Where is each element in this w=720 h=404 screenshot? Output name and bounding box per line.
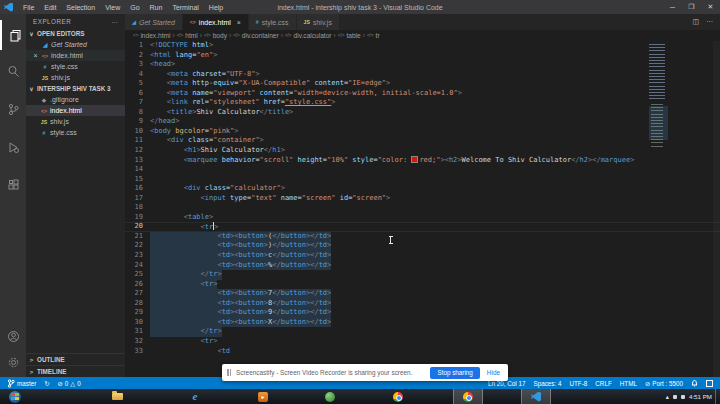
restore-button[interactable]: ❐ bbox=[682, 0, 701, 14]
code-line-25[interactable]: 25 </tr> bbox=[125, 270, 720, 280]
code-editor[interactable]: 1<!DOCTYPE html>2<html lang="en">3<head>… bbox=[125, 41, 720, 377]
run-debug-icon[interactable] bbox=[0, 132, 26, 162]
breadcrumb-item[interactable]: <>index.html bbox=[133, 32, 170, 39]
search-icon[interactable] bbox=[0, 56, 26, 86]
file-item-style-css[interactable]: #style.css bbox=[26, 61, 125, 72]
clock[interactable]: 4:51 PM bbox=[689, 393, 712, 400]
split-editor-icon[interactable]: ◫ bbox=[692, 18, 699, 26]
code-line-4[interactable]: 4 <meta charset="UTF-8"> bbox=[125, 70, 720, 80]
eol-sequence[interactable]: CRLF bbox=[595, 380, 611, 387]
code-line-5[interactable]: 5 <meta http-equiv="X-UA-Compatible" con… bbox=[125, 79, 720, 89]
code-line-16[interactable]: 16 <div class="calculator"> bbox=[125, 184, 720, 194]
file-item-index-html[interactable]: ×<>index.html bbox=[26, 50, 125, 61]
code-line-14[interactable]: 14 bbox=[125, 165, 720, 175]
taskbar-internet-explorer-icon[interactable]: e bbox=[182, 389, 208, 404]
code-line-15[interactable]: 15 bbox=[125, 175, 720, 185]
tab-shiv-js[interactable]: JS shiv.js bbox=[297, 14, 340, 30]
code-line-20[interactable]: 20 <tr> bbox=[125, 222, 720, 232]
tab-style-css[interactable]: # style.css bbox=[249, 14, 297, 30]
breadcrumb-item[interactable]: </>div.container bbox=[233, 32, 279, 39]
menu-file[interactable]: File bbox=[18, 4, 39, 11]
menu-go[interactable]: Go bbox=[125, 4, 144, 11]
code-line-22[interactable]: 22 <td><button>)</button></td> bbox=[125, 241, 720, 251]
code-line-11[interactable]: 11 <div class="container"> bbox=[125, 136, 720, 146]
menu-terminal[interactable]: Terminal bbox=[167, 4, 203, 11]
code-line-9[interactable]: 9</head> bbox=[125, 117, 720, 127]
code-line-26[interactable]: 26 <tr> bbox=[125, 280, 720, 290]
code-line-29[interactable]: 29 <td><button>9</button></td> bbox=[125, 308, 720, 318]
code-line-18[interactable]: 18 bbox=[125, 203, 720, 213]
live-server-port[interactable]: ⊘ Port : 5500 bbox=[645, 380, 683, 387]
problems-item[interactable]: ⊘ 0 △ 0 bbox=[58, 380, 81, 387]
menu-help[interactable]: Help bbox=[204, 4, 228, 11]
taskbar-chrome-open-icon[interactable] bbox=[453, 389, 483, 404]
menu-run[interactable]: Run bbox=[145, 4, 168, 11]
code-line-13[interactable]: 13 <marquee behavior="scroll" height="10… bbox=[125, 156, 720, 166]
tray-network-icon[interactable] bbox=[673, 395, 677, 399]
file-item--gitignore[interactable]: ◆.gitignore bbox=[26, 94, 125, 105]
tray-expand-icon[interactable]: ▴ bbox=[666, 393, 669, 400]
language-mode[interactable]: HTML bbox=[620, 380, 637, 387]
file-item-style-css[interactable]: #style.css bbox=[26, 127, 125, 138]
more-actions-icon[interactable]: ⋯ bbox=[706, 18, 713, 26]
breadcrumb-item[interactable]: </>html bbox=[177, 32, 198, 39]
code-line-24[interactable]: 24 <td><button>%</button></td> bbox=[125, 261, 720, 271]
code-line-1[interactable]: 1<!DOCTYPE html> bbox=[125, 41, 720, 51]
notifications-bell-icon[interactable] bbox=[691, 379, 698, 387]
open-editors-header[interactable]: ∨ OPEN EDITORS bbox=[26, 28, 125, 39]
file-item-shiv-js[interactable]: JSshiv.js bbox=[26, 116, 125, 127]
file-item-index-html[interactable]: <>index.html bbox=[26, 105, 125, 116]
folder-header[interactable]: ∨ INTERSHIP SHIV TASK 3 bbox=[26, 83, 125, 94]
code-line-30[interactable]: 30 <td><button>X</button></td> bbox=[125, 318, 720, 328]
encoding[interactable]: UTF-8 bbox=[569, 380, 587, 387]
stop-sharing-button[interactable]: Stop sharing bbox=[430, 367, 479, 379]
close-editor-icon[interactable]: × bbox=[32, 52, 39, 59]
taskbar-browser-icon[interactable] bbox=[385, 389, 411, 404]
code-line-28[interactable]: 28 <td><button>8</button></td> bbox=[125, 299, 720, 309]
code-line-17[interactable]: 17 <input type="text" name="screen" id="… bbox=[125, 194, 720, 204]
sidebar-more-icon[interactable]: ⋯ bbox=[111, 18, 118, 25]
code-line-23[interactable]: 23 <td><button>c</button></td> bbox=[125, 251, 720, 261]
code-line-2[interactable]: 2<html lang="en"> bbox=[125, 51, 720, 61]
taskbar-green-app-icon[interactable] bbox=[317, 389, 343, 404]
code-line-3[interactable]: 3<head> bbox=[125, 60, 720, 70]
code-line-31[interactable]: 31 </tr> bbox=[125, 327, 720, 337]
breadcrumb-item[interactable]: </>table bbox=[338, 32, 361, 39]
minimize-button[interactable]: ─ bbox=[663, 0, 682, 14]
scrollbar[interactable] bbox=[713, 41, 720, 377]
code-line-8[interactable]: 8 <title>Shiv Calculator</title> bbox=[125, 108, 720, 118]
settings-gear-icon[interactable] bbox=[0, 347, 26, 377]
menu-edit[interactable]: Edit bbox=[39, 4, 61, 11]
breadcrumb-item[interactable]: </>body bbox=[204, 32, 227, 39]
code-line-10[interactable]: 10<body bgcolor="pink"> bbox=[125, 127, 720, 137]
indentation[interactable]: Spaces: 4 bbox=[533, 380, 561, 387]
menu-selection[interactable]: Selection bbox=[61, 4, 100, 11]
code-line-32[interactable]: 32 <tr> bbox=[125, 337, 720, 347]
file-item-shiv-js[interactable]: JSshiv.js bbox=[26, 72, 125, 83]
code-line-27[interactable]: 27 <td><button>7</button></td> bbox=[125, 289, 720, 299]
file-item-get-started[interactable]: ◢Get Started bbox=[26, 39, 125, 50]
minimap[interactable] bbox=[649, 44, 668, 154]
tab-get-started[interactable]: ◢ Get Started bbox=[125, 14, 183, 30]
code-line-7[interactable]: 7 <link rel="stylesheet" href="style.css… bbox=[125, 98, 720, 108]
code-line-12[interactable]: 12 <h1>Shiv Calculator</h1> bbox=[125, 146, 720, 156]
tray-volume-icon[interactable] bbox=[681, 395, 685, 399]
breadcrumb-item[interactable]: </>div.calculator bbox=[285, 32, 332, 39]
outline-header[interactable]: > OUTLINE bbox=[26, 353, 125, 365]
taskbar-file-explorer-icon[interactable] bbox=[104, 389, 130, 404]
start-button[interactable] bbox=[2, 389, 28, 404]
timeline-header[interactable]: > TIMELINE bbox=[26, 365, 125, 377]
git-branch-item[interactable]: master bbox=[7, 379, 36, 388]
code-line-33[interactable]: 33 <td bbox=[125, 347, 720, 357]
sync-icon[interactable]: ↻ bbox=[44, 380, 49, 387]
code-line-21[interactable]: 21 <td><button>(</button></td> bbox=[125, 232, 720, 242]
taskbar-vscode-open-icon[interactable] bbox=[521, 389, 551, 404]
menu-view[interactable]: View bbox=[100, 4, 125, 11]
close-tab-icon[interactable]: × bbox=[237, 19, 241, 26]
close-window-button[interactable]: ✕ bbox=[701, 0, 720, 14]
taskbar-media-app-icon[interactable]: ▸ bbox=[250, 389, 276, 404]
explorer-icon[interactable] bbox=[0, 20, 28, 50]
source-control-icon[interactable] bbox=[0, 94, 26, 124]
feedback-icon[interactable] bbox=[706, 380, 713, 387]
tab-index-html[interactable]: <> index.html × bbox=[183, 14, 249, 30]
